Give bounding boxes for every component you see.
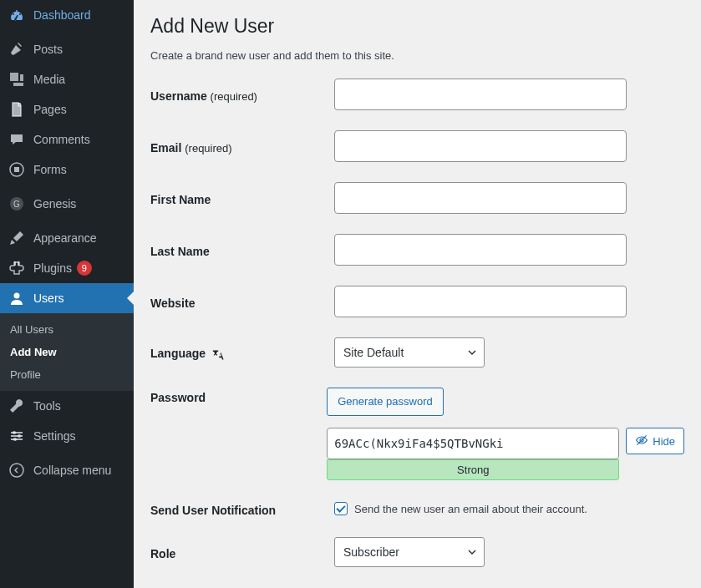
sidebar-item-label: Media	[33, 73, 65, 86]
comments-icon	[8, 131, 25, 148]
sidebar-item-appearance[interactable]: Appearance	[0, 223, 134, 253]
role-label: Role	[150, 544, 334, 560]
sidebar-item-label: Dashboard	[33, 8, 91, 22]
language-select[interactable]: Site Default	[334, 337, 485, 368]
svg-rect-2	[14, 167, 19, 172]
sidebar-item-label: Settings	[33, 429, 76, 443]
pages-icon	[8, 101, 25, 118]
sidebar-item-settings[interactable]: Settings	[0, 421, 134, 451]
password-input[interactable]	[327, 428, 619, 459]
generate-password-button[interactable]: Generate password	[327, 388, 443, 416]
sidebar-item-label: Users	[33, 291, 64, 305]
svg-point-5	[14, 293, 20, 299]
dashboard-icon	[8, 7, 25, 23]
last-name-input[interactable]	[334, 234, 627, 266]
svg-point-9	[13, 431, 16, 434]
sidebar-item-pages[interactable]: Pages	[0, 94, 134, 124]
password-strength: Strong	[327, 459, 619, 480]
email-label: Email (required)	[150, 138, 334, 155]
first-name-input[interactable]	[334, 182, 627, 214]
collapse-icon	[8, 462, 25, 479]
admin-sidebar: Dashboard Posts Media Pages Comments For…	[0, 0, 134, 588]
media-icon	[8, 71, 25, 88]
sidebar-item-label: Comments	[33, 133, 90, 146]
eye-slash-icon	[635, 433, 648, 449]
pin-icon	[8, 41, 25, 58]
sidebar-item-label: Forms	[33, 163, 67, 176]
wrench-icon	[8, 398, 25, 414]
notification-text: Send the new user an email about their a…	[354, 503, 587, 515]
forms-icon	[8, 161, 25, 178]
genesis-icon: G	[8, 195, 25, 212]
svg-text:G: G	[13, 200, 20, 209]
role-select[interactable]: Subscriber	[334, 537, 485, 567]
sidebar-item-comments[interactable]: Comments	[0, 124, 134, 155]
notification-label: Send User Notification	[150, 500, 334, 517]
submenu-profile[interactable]: Profile	[0, 363, 134, 386]
last-name-label: Last Name	[150, 241, 334, 258]
sidebar-item-genesis[interactable]: G Genesis	[0, 189, 134, 219]
first-name-label: First Name	[150, 190, 334, 206]
svg-point-12	[10, 464, 23, 477]
sidebar-item-users[interactable]: Users	[0, 283, 134, 313]
sidebar-item-label: Genesis	[33, 197, 76, 210]
plugin-icon	[8, 260, 25, 276]
svg-point-11	[13, 438, 17, 441]
website-label: Website	[150, 293, 334, 310]
sidebar-item-tools[interactable]: Tools	[0, 391, 134, 421]
sidebar-item-label: Plugins	[33, 261, 72, 275]
page-description: Create a brand new user and add them to …	[150, 49, 684, 62]
sidebar-item-forms[interactable]: Forms	[0, 155, 134, 185]
notification-checkbox[interactable]	[334, 502, 348, 515]
username-input[interactable]	[334, 79, 627, 110]
language-label: Language	[150, 343, 334, 361]
user-icon	[8, 290, 25, 307]
sidebar-item-posts[interactable]: Posts	[0, 34, 134, 64]
hide-password-button[interactable]: Hide	[626, 428, 684, 454]
sidebar-item-dashboard[interactable]: Dashboard	[0, 0, 134, 30]
sidebar-item-label: Tools	[33, 399, 61, 413]
collapse-label: Collapse menu	[33, 464, 111, 477]
sidebar-item-label: Posts	[33, 43, 63, 56]
username-label: Username (required)	[150, 86, 334, 103]
website-input[interactable]	[334, 286, 627, 317]
brush-icon	[8, 230, 25, 246]
submenu-all-users[interactable]: All Users	[0, 318, 134, 341]
plugin-update-badge: 9	[77, 261, 92, 276]
sidebar-item-label: Pages	[33, 103, 67, 116]
translate-icon	[212, 348, 226, 362]
settings-icon	[8, 428, 25, 444]
main-content: Add New User Create a brand new user and…	[134, 0, 701, 588]
svg-point-10	[18, 434, 21, 438]
svg-rect-0	[13, 103, 21, 116]
password-label: Password	[150, 388, 327, 404]
sidebar-item-media[interactable]: Media	[0, 64, 134, 94]
page-title: Add New User	[150, 15, 684, 38]
email-input[interactable]	[334, 130, 627, 162]
users-submenu: All Users Add New Profile	[0, 313, 134, 391]
sidebar-item-label: Appearance	[33, 231, 97, 245]
sidebar-item-plugins[interactable]: Plugins 9	[0, 253, 134, 283]
collapse-menu[interactable]: Collapse menu	[0, 455, 134, 485]
submenu-add-new[interactable]: Add New	[0, 341, 134, 363]
